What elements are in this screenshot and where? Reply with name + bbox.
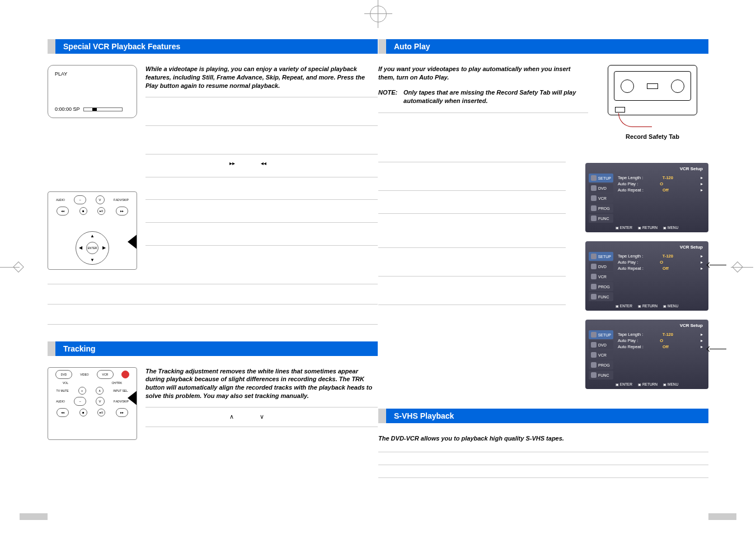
- osd-footer-enter: ENTER: [616, 226, 632, 229]
- osd-footer-return: RETURN: [638, 226, 658, 229]
- remote-dvd-btn: DVD: [55, 370, 72, 379]
- remote-illustration-playback: AUDIO − V F.ADV/SKIP ◂◂ ■ ▸II ▸▸ ▲ ▼ ◀ ▶…: [48, 191, 137, 270]
- osd-footer-menu: MENU: [663, 226, 678, 229]
- osd-callout-arrow: [710, 349, 726, 349]
- osd-menu-3: VCR Setup SETUP DVD VCR PROG FUNC Tape L…: [585, 320, 708, 389]
- vcr-osd-display: PLAY 0:00:00 SP: [48, 65, 137, 118]
- osd-menu-2: VCR Setup SETUP DVD VCR PROG FUNC Tape L…: [585, 241, 708, 311]
- crop-mark-right: [731, 256, 756, 278]
- osd-callout-arrow: [710, 265, 726, 265]
- ffwd-icon: ▸▸: [229, 160, 235, 166]
- remote-vol-label: VOL: [63, 381, 68, 385]
- osd-tab-func: FUNC: [598, 217, 609, 221]
- osd-tab-setup: SETUP: [598, 176, 611, 180]
- remote-vcr-btn: VCR: [97, 370, 114, 379]
- special-playback-intro: While a videotape is playing, you can en…: [145, 65, 378, 90]
- callout-arrow-icon: [128, 390, 137, 406]
- note-label: NOTE:: [378, 88, 402, 97]
- remote-illustration-tracking: DVD VIDEO VCR VOL CH/TRK TV MUTE + ∧ INP…: [48, 367, 137, 440]
- osd-row-autoplay: Auto Play :: [618, 181, 638, 186]
- remote-inputsel-label: INPUT SEL.: [113, 389, 128, 392]
- section-header-svhs: S-VHS Playback: [378, 409, 708, 423]
- trk-up-icon: ∧: [229, 413, 234, 420]
- left-page: Special VCR Playback Features PLAY 0:00:…: [48, 39, 378, 487]
- footer-block-right: [708, 513, 736, 520]
- note-body: Only tapes that are missing the Record S…: [403, 88, 586, 105]
- section-header-tracking: Tracking: [48, 341, 378, 356]
- osd-tab-dvd: DVD: [598, 186, 607, 190]
- osd-title: VCR Setup: [588, 165, 706, 172]
- trk-down-icon: ∨: [260, 413, 264, 420]
- right-page: Auto Play If you want your videotapes to…: [378, 39, 708, 487]
- remote-tvmute-label: TV MUTE: [57, 389, 69, 392]
- callout-arrow-icon: [128, 234, 137, 250]
- osd-tab-vcr: VCR: [598, 196, 607, 200]
- vcr-counter: 0:00:00 SP: [55, 106, 80, 112]
- vcr-status: PLAY: [55, 71, 130, 77]
- crop-mark-left: [0, 256, 25, 278]
- autoplay-note: NOTE: Only tapes that are missing the Re…: [378, 88, 588, 105]
- section-header-autoplay: Auto Play: [378, 39, 708, 54]
- cassette-illustration: [608, 65, 697, 115]
- osd-row-tapelength: Tape Length :: [618, 175, 643, 180]
- tracking-intro: The Tracking adjustment removes the whit…: [145, 367, 378, 400]
- section-header-special-playback: Special VCR Playback Features: [48, 39, 378, 54]
- autoplay-intro: If you want your videotapes to play auto…: [378, 65, 588, 82]
- remote-audio-label: AUDIO: [56, 198, 65, 202]
- record-safety-tab-label: Record Safety Tab: [597, 133, 708, 140]
- crop-mark-top: [367, 3, 389, 25]
- osd-row-autorepeat: Auto Repeat :: [618, 188, 644, 193]
- remote-dpad: ▲ ▼ ◀ ▶ ENTER: [76, 231, 109, 265]
- remote-fadv-label: F.ADV/SKIP: [114, 198, 129, 202]
- remote-enter-label: ENTER: [86, 242, 98, 254]
- vcr-progress-bar: [83, 107, 123, 111]
- svhs-intro: The DVD-VCR allows you to playback high …: [378, 434, 708, 443]
- osd-menu-1: VCR Setup SETUP DVD VCR PROG FUNC Tape L…: [585, 163, 708, 232]
- rew-icon: ◂◂: [261, 160, 266, 166]
- osd-tab-prog: PROG: [598, 207, 610, 210]
- remote-chtrk-label: CH/TRK: [111, 381, 122, 385]
- footer-block-left: [20, 513, 48, 520]
